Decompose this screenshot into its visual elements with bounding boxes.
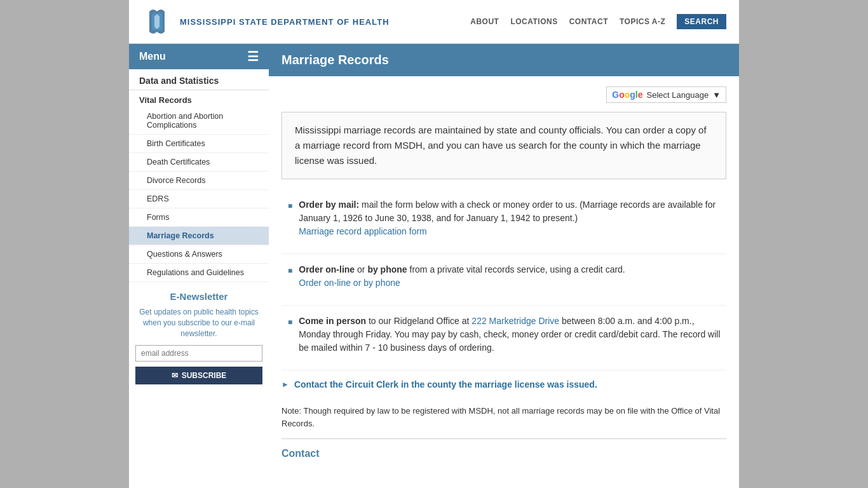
sidebar-item-marriage[interactable]: Marriage Records xyxy=(129,227,269,245)
language-selector[interactable]: Google Select Language ▼ xyxy=(606,86,726,103)
sidebar-item-forms[interactable]: Forms xyxy=(129,208,269,227)
nav-about[interactable]: ABOUT xyxy=(470,17,499,26)
main-layout: Menu ☰ Data and Statistics Vital Records… xyxy=(129,44,739,478)
come-in-person-section: ■ Come in person to our Ridgeland Office… xyxy=(281,306,726,370)
order-online-link[interactable]: Order on-line or by phone xyxy=(299,278,400,288)
order-online-connector: or xyxy=(357,264,367,274)
language-dropdown-icon: ▼ xyxy=(712,90,721,100)
come-in-person-body1-text: to our Ridgeland Office at xyxy=(369,316,470,326)
search-button[interactable]: SEARCH xyxy=(677,14,726,29)
enewsletter-title: E-Newsletter xyxy=(135,291,262,302)
sidebar-item-qa[interactable]: Questions & Answers xyxy=(129,245,269,264)
bullet-icon: ■ xyxy=(288,200,292,238)
order-mail-heading: Order by mail: xyxy=(299,200,359,210)
come-in-person-heading: Come in person xyxy=(299,316,366,326)
come-in-person-bullet: ■ Come in person to our Ridgeland Office… xyxy=(281,315,726,355)
email-icon: ✉ xyxy=(172,371,178,380)
logo-icon xyxy=(142,6,172,37)
contact-title: Contact xyxy=(281,448,726,459)
order-mail-body-text: mail the form below with a check or mone… xyxy=(299,200,715,223)
circuit-clerk-section: ► Contact the Circuit Clerk in the count… xyxy=(281,370,726,398)
order-online-heading: Order on-line xyxy=(299,264,355,274)
order-online-item: ■ Order on-line or by phone from a priva… xyxy=(288,263,726,290)
sidebar-menu-bar[interactable]: Menu ☰ xyxy=(129,44,269,69)
order-online-text: Order on-line or by phone from a private… xyxy=(299,263,625,290)
note-text: Note: Though required by law to be regis… xyxy=(281,398,726,439)
bullet-icon-3: ■ xyxy=(288,316,292,355)
order-online-bullet: ■ Order on-line or by phone from a priva… xyxy=(281,263,726,290)
email-input[interactable] xyxy=(135,345,262,362)
order-mail-bullet: ■ Order by mail: mail the form below wit… xyxy=(281,198,726,238)
enewsletter: E-Newsletter Get updates on public healt… xyxy=(135,291,262,384)
content-body: Google Select Language ▼ Mississippi mar… xyxy=(269,76,739,478)
sidebar-item-death[interactable]: Death Certificates xyxy=(129,153,269,172)
order-mail-item: ■ Order by mail: mail the form below wit… xyxy=(288,198,726,238)
hamburger-icon: ☰ xyxy=(247,50,259,63)
subscribe-button[interactable]: ✉ SUBSCRIBE xyxy=(135,367,262,384)
order-online-body-text: from a private vital records service, us… xyxy=(410,264,625,274)
sidebar-item-birth[interactable]: Birth Certificates xyxy=(129,135,269,153)
order-mail-text: Order by mail: mail the form below with … xyxy=(299,198,726,238)
page-wrapper: Mississippi State Department of Health A… xyxy=(129,0,739,488)
logo-text: Mississippi State Department of Health xyxy=(180,17,390,27)
sidebar: Menu ☰ Data and Statistics Vital Records… xyxy=(129,44,269,393)
language-bar: Google Select Language ▼ xyxy=(281,86,726,103)
sidebar-item-abortion[interactable]: Abortion and Abortion Complications xyxy=(129,107,269,135)
come-in-person-item: ■ Come in person to our Ridgeland Office… xyxy=(288,315,726,355)
logo-area: Mississippi State Department of Health xyxy=(142,6,390,37)
enewsletter-desc: Get updates on public health topics when… xyxy=(135,307,262,339)
order-mail-section: ■ Order by mail: mail the form below wit… xyxy=(281,189,726,254)
circuit-clerk-arrow-icon: ► xyxy=(281,380,289,389)
language-label: Select Language xyxy=(647,90,709,100)
google-g-icon: Google xyxy=(612,90,642,100)
order-phone-heading: by phone xyxy=(367,264,407,274)
sidebar-item-divorce[interactable]: Divorce Records xyxy=(129,172,269,190)
intro-box: Mississippi marriage records are maintai… xyxy=(281,112,726,179)
contact-section: Contact xyxy=(281,439,726,468)
address-link-text[interactable]: 222 Marketridge Drive xyxy=(471,316,559,326)
sidebar-menu-label: Menu xyxy=(139,51,166,62)
sidebar-item-edrs[interactable]: EDRS xyxy=(129,190,269,208)
header: Mississippi State Department of Health A… xyxy=(129,0,739,44)
content: Marriage Records Google Select Language … xyxy=(269,44,739,478)
circuit-clerk-link[interactable]: Contact the Circuit Clerk in the county … xyxy=(294,379,597,390)
order-online-section: ■ Order on-line or by phone from a priva… xyxy=(281,254,726,306)
sidebar-section-title: Data and Statistics xyxy=(129,69,269,90)
come-in-person-text: Come in person to our Ridgeland Office a… xyxy=(299,315,726,355)
nav-locations[interactable]: LOCATIONS xyxy=(510,17,557,26)
nav-topics[interactable]: TOPICS A-Z xyxy=(620,17,665,26)
sidebar-item-regulations[interactable]: Regulations and Guidelines xyxy=(129,264,269,282)
nav-contact[interactable]: CONTACT xyxy=(569,17,608,26)
subscribe-label: SUBSCRIBE xyxy=(182,371,227,380)
content-header: Marriage Records xyxy=(269,44,739,76)
sidebar-subsection: Vital Records xyxy=(129,90,269,107)
nav-links: ABOUT LOCATIONS CONTACT TOPICS A-Z SEARC… xyxy=(470,14,726,29)
order-mail-link[interactable]: Marriage record application form xyxy=(299,226,427,236)
bullet-icon-2: ■ xyxy=(288,265,292,290)
